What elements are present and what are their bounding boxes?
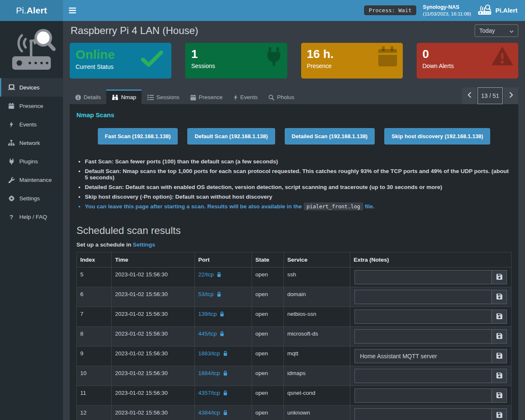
- table-row: 7 2023-01-02 15:56:30 139/tcp open netbi…: [77, 307, 512, 327]
- cell-port: 139/tcp: [195, 307, 252, 327]
- cell-port: 53/tcp: [195, 287, 252, 307]
- port-link[interactable]: 1884/tcp: [198, 370, 220, 376]
- gear-icon: [8, 195, 15, 202]
- hamburger-menu-icon[interactable]: [69, 0, 85, 21]
- sidebar-item-label: Plugins: [19, 158, 38, 165]
- port-link[interactable]: 4384/tcp: [198, 410, 220, 416]
- save-note-button[interactable]: [492, 369, 507, 383]
- presence-card: 16 h. Presence: [301, 43, 403, 79]
- skip-host-discovery-button[interactable]: Skip host discovery (192.168.1.138): [384, 128, 490, 144]
- app-logo-prefix: Pi.: [16, 5, 26, 16]
- device-tabs: Details Nmap Sessions Presence Events: [70, 87, 518, 104]
- sidebar-item-maintenance[interactable]: Maintenance: [0, 171, 63, 189]
- cell-index: 10: [77, 366, 112, 386]
- port-link[interactable]: 445/tcp: [198, 331, 217, 337]
- nas-timestamp: (11/03/2023, 16:11:08): [423, 11, 471, 18]
- tab-pholus[interactable]: Pholus: [263, 90, 299, 104]
- cell-state: open: [252, 406, 284, 420]
- prev-device-button[interactable]: [462, 87, 476, 104]
- device-pager: 13 / 51: [462, 87, 518, 104]
- fast-scan-button[interactable]: Fast Scan (192.168.1.138): [98, 128, 178, 144]
- port-link[interactable]: 4357/tcp: [198, 390, 220, 396]
- port-link[interactable]: 1883/tcp: [198, 350, 220, 357]
- note-input[interactable]: [354, 388, 492, 403]
- tab-label: Details: [84, 94, 101, 100]
- note-input[interactable]: [354, 369, 492, 383]
- cell-state: open: [252, 346, 284, 366]
- save-note-button[interactable]: [492, 270, 507, 284]
- app-logo[interactable]: Pi.Alert: [0, 0, 63, 21]
- tab-label: Nmap: [121, 94, 136, 100]
- detailed-scan-button[interactable]: Detailed Scan (192.168.1.138): [285, 128, 375, 144]
- port-link[interactable]: 139/tcp: [198, 311, 217, 317]
- floppy-save-icon: [496, 333, 502, 340]
- floppy-save-icon: [496, 274, 502, 281]
- sidebar-item-network[interactable]: Network: [0, 134, 63, 152]
- tab-presence[interactable]: Presence: [185, 90, 228, 104]
- tab-sessions[interactable]: Sessions: [142, 90, 185, 104]
- calendar-icon: [378, 46, 398, 68]
- sidebar-item-help[interactable]: ? Help / FAQ: [0, 207, 63, 226]
- sidebar-item-devices[interactable]: Devices: [0, 78, 63, 97]
- table-row: 11 2023-01-02 15:56:30 4357/tcp open qsn…: [77, 386, 512, 406]
- save-note-button[interactable]: [492, 290, 507, 304]
- note-input[interactable]: [354, 349, 492, 363]
- scan-buttons: Fast Scan (192.168.1.138) Default Scan (…: [76, 128, 512, 144]
- cell-index: 11: [77, 386, 112, 406]
- table-row: 6 2023-01-02 15:56:30 53/tcp open domain: [77, 287, 512, 307]
- cell-state: open: [252, 307, 284, 327]
- note-input[interactable]: [354, 270, 492, 284]
- sidebar-item-presence[interactable]: Presence: [0, 97, 63, 115]
- cell-time: 2023-01-02 15:56:30: [112, 327, 195, 346]
- cell-time: 2023-01-02 15:56:30: [112, 287, 195, 307]
- info-circle-icon: [75, 94, 81, 100]
- save-note-button[interactable]: [492, 388, 507, 403]
- default-scan-button[interactable]: Default Scan (192.168.1.138): [187, 128, 275, 144]
- save-note-button[interactable]: [492, 329, 507, 344]
- note-input[interactable]: [354, 310, 492, 324]
- lock-icon: [217, 272, 221, 277]
- tab-nmap[interactable]: Nmap: [106, 89, 142, 104]
- plug-icon: [8, 158, 15, 165]
- tab-details[interactable]: Details: [70, 90, 106, 104]
- cell-service: ssh: [284, 268, 350, 287]
- tab-events[interactable]: Events: [228, 90, 263, 104]
- note-input[interactable]: [354, 329, 492, 344]
- sidebar-item-label: Network: [19, 140, 40, 146]
- period-selector[interactable]: Today: [475, 24, 518, 37]
- note-input[interactable]: [354, 290, 492, 304]
- cell-service: microsoft-ds: [284, 327, 350, 346]
- search-icon: [268, 94, 274, 100]
- next-device-button[interactable]: [504, 87, 518, 104]
- brand-link[interactable]: Pi.Alert: [478, 4, 519, 16]
- lock-icon: [223, 351, 228, 356]
- cell-index: 7: [77, 307, 112, 327]
- save-note-button[interactable]: [492, 349, 507, 363]
- cell-note: [350, 287, 512, 307]
- sidebar-item-label: Help / FAQ: [19, 214, 47, 220]
- cell-index: 5: [77, 268, 112, 287]
- port-link[interactable]: 22/tcp: [198, 271, 214, 278]
- sidebar-item-settings[interactable]: Settings: [0, 189, 63, 207]
- save-note-button[interactable]: [492, 310, 507, 324]
- note-input[interactable]: [354, 408, 492, 420]
- col-header-index: Index: [77, 252, 112, 268]
- save-note-button[interactable]: [492, 408, 507, 420]
- cell-port: 4357/tcp: [195, 386, 252, 406]
- sidebar-item-plugins[interactable]: Plugins: [0, 152, 63, 171]
- cell-port: 1884/tcp: [195, 366, 252, 386]
- tab-label: Pholus: [277, 94, 294, 100]
- table-row: 12 2023-01-02 15:56:30 4384/tcp open unk…: [77, 406, 512, 420]
- col-header-port: Port: [195, 252, 252, 268]
- sidebar-item-events[interactable]: Events: [0, 115, 63, 134]
- laptop-icon: [8, 84, 15, 90]
- table-row: 9 2023-01-02 15:56:30 1883/tcp open mqtt: [77, 346, 512, 366]
- pialert-logo: [0, 21, 63, 76]
- sessions-card: 1 Sessions: [185, 43, 287, 79]
- sidebar-item-label: Devices: [19, 84, 39, 91]
- settings-link[interactable]: Settings: [133, 242, 155, 248]
- scan-note-text: You can leave this page after starting a…: [85, 203, 302, 210]
- port-link[interactable]: 53/tcp: [198, 291, 214, 297]
- sidebar-item-label: Maintenance: [19, 177, 52, 183]
- cell-time: 2023-01-02 15:56:30: [112, 406, 195, 420]
